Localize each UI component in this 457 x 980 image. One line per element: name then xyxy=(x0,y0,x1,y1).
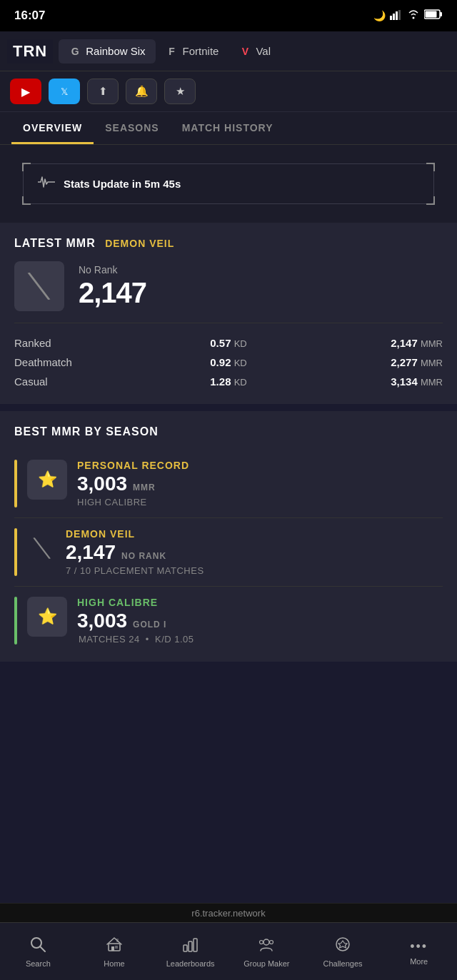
group-maker-nav-icon xyxy=(258,936,274,956)
casual-label: Casual xyxy=(14,375,157,388)
svg-rect-14 xyxy=(184,945,187,951)
status-bar: 16:07 🌙 xyxy=(0,0,457,31)
demon-veil-tag: NO RANK xyxy=(121,551,166,561)
svg-rect-12 xyxy=(115,946,118,949)
url-bar: r6.tracker.network xyxy=(0,903,457,923)
svg-rect-13 xyxy=(116,939,119,942)
best-mmr-section: BEST MMR BY SEASON ⭐ PERSONAL RECORD 3,0… xyxy=(0,411,457,662)
high-calibre-info: HIGH CALIBRE 3,003 GOLD I MATCHES 24 • K… xyxy=(77,597,443,645)
bottom-navigation: Search Home Leaderboards Group Maker Cha… xyxy=(0,922,457,980)
header: TRN G Rainbow Six F Fortnite V Val xyxy=(0,31,457,71)
svg-point-4 xyxy=(413,17,415,19)
deathmatch-label: Deathmatch xyxy=(14,356,157,368)
stats-row-casual: Casual 1.28 KD 3,134 MMR xyxy=(14,373,443,390)
season-badge-calibre: ⭐ xyxy=(27,597,67,637)
svg-point-17 xyxy=(263,939,269,945)
svg-rect-15 xyxy=(189,941,192,951)
personal-record-name: PERSONAL RECORD xyxy=(77,460,443,471)
latest-mmr-section: LATEST MMR DEMON VEIL ╲ No Rank 2,147 Ra… xyxy=(0,223,457,404)
personal-record-info: PERSONAL RECORD 3,003 MMR HIGH CALIBRE xyxy=(77,460,443,507)
svg-rect-16 xyxy=(194,939,197,951)
ranked-mmr: 2,147 MMR xyxy=(300,337,443,349)
stats-update-text: Stats Update in 5m 45s xyxy=(64,178,181,190)
signal-icon xyxy=(390,10,403,22)
share-icon: ⬆ xyxy=(99,85,108,98)
tab-match-history[interactable]: MATCH HISTORY xyxy=(171,112,285,144)
demon-veil-info: DEMON VEIL 2,147 NO RANK 7 / 10 PLACEMEN… xyxy=(66,528,443,576)
season-entry-high-calibre: ⭐ HIGH CALIBRE 3,003 GOLD I MATCHES 24 •… xyxy=(14,587,443,655)
stats-row-deathmatch: Deathmatch 0.92 KD 2,277 MMR xyxy=(14,354,443,370)
star-icon: ★ xyxy=(176,85,185,98)
svg-rect-2 xyxy=(396,11,398,20)
tab-valorant[interactable]: V Val xyxy=(228,39,281,64)
season-badge-gold: ⭐ xyxy=(27,460,67,500)
more-nav-label: More xyxy=(410,957,428,966)
ranked-kd: 0.57 KD xyxy=(157,337,300,349)
season-badge-label: DEMON VEIL xyxy=(105,238,174,249)
deathmatch-kd: 0.92 KD xyxy=(157,356,300,368)
share-button[interactable]: ⬆ xyxy=(87,79,119,104)
season-bar-gold xyxy=(14,460,17,507)
season-bar-green xyxy=(14,597,17,645)
tab-fortnite[interactable]: F Fortnite xyxy=(156,39,229,64)
rank-info: No Rank 2,147 xyxy=(79,264,146,309)
latest-mmr-title: LATEST MMR DEMON VEIL xyxy=(14,237,443,250)
leaderboards-nav-icon xyxy=(183,936,199,956)
group-maker-nav-label: Group Maker xyxy=(243,959,289,968)
rank-label: No Rank xyxy=(79,264,146,276)
high-calibre-mmr: 3,003 xyxy=(77,610,127,632)
svg-point-18 xyxy=(260,941,263,944)
casual-mmr: 3,134 MMR xyxy=(300,375,443,388)
demon-veil-sub: 7 / 10 PLACEMENT MATCHES xyxy=(66,565,443,576)
svg-rect-7 xyxy=(426,11,437,18)
fortnite-icon: F xyxy=(166,45,179,58)
svg-rect-11 xyxy=(111,946,114,951)
high-calibre-tag: GOLD I xyxy=(133,620,166,630)
battery-icon xyxy=(424,9,443,22)
moon-icon: 🌙 xyxy=(373,10,386,21)
high-calibre-name: HIGH CALIBRE xyxy=(77,597,443,608)
gold-star-icon-2: ⭐ xyxy=(38,607,57,626)
gold-star-icon: ⭐ xyxy=(38,470,57,489)
no-rank-slash: ╲ xyxy=(29,270,50,302)
challenges-nav-icon xyxy=(335,936,351,956)
twitter-button[interactable]: 𝕏 xyxy=(49,79,80,104)
nav-search[interactable]: Search xyxy=(0,923,76,980)
best-mmr-title: BEST MMR BY SEASON xyxy=(14,425,443,438)
nav-challenges[interactable]: Challenges xyxy=(305,923,381,980)
favorite-button[interactable]: ★ xyxy=(164,79,196,104)
tab-overview[interactable]: OVERVIEW xyxy=(11,112,94,144)
rank-badge: ╲ xyxy=(14,261,64,311)
rank-display: ╲ No Rank 2,147 xyxy=(14,261,443,323)
nav-leaderboards[interactable]: Leaderboards xyxy=(152,923,228,980)
leaderboards-nav-label: Leaderboards xyxy=(166,959,215,968)
tab-seasons[interactable]: SEASONS xyxy=(94,112,170,144)
home-nav-label: Home xyxy=(104,959,124,968)
svg-rect-6 xyxy=(440,12,442,16)
tab-rainbow-six[interactable]: G Rainbow Six xyxy=(59,39,155,64)
season-entry-demon-veil: ╲ DEMON VEIL 2,147 NO RANK 7 / 10 PLACEM… xyxy=(14,518,443,587)
youtube-button[interactable]: ▶ xyxy=(10,79,41,104)
url-text: r6.tracker.network xyxy=(191,908,265,919)
nav-more[interactable]: ••• More xyxy=(381,923,457,980)
pulse-icon xyxy=(38,176,55,192)
season-no-badge-demon: ╲ xyxy=(27,528,56,568)
no-rank-icon: ╲ xyxy=(34,535,49,560)
deathmatch-mmr: 2,277 MMR xyxy=(300,356,443,368)
status-icons: 🌙 xyxy=(373,9,443,22)
svg-rect-0 xyxy=(390,16,392,20)
search-nav-label: Search xyxy=(26,959,51,968)
personal-record-sub: HIGH CALIBRE xyxy=(77,497,443,507)
demon-veil-name: DEMON VEIL xyxy=(66,528,443,540)
fortnite-tab-label: Fortnite xyxy=(183,45,219,57)
search-nav-icon xyxy=(30,936,46,956)
sub-navigation: OVERVIEW SEASONS MATCH HISTORY xyxy=(0,112,457,145)
nav-group-maker[interactable]: Group Maker xyxy=(228,923,305,980)
svg-rect-1 xyxy=(393,14,395,20)
personal-record-mmr: 3,003 xyxy=(77,473,127,495)
svg-rect-3 xyxy=(398,10,401,20)
notification-button[interactable]: 🔔 xyxy=(126,79,157,104)
nav-home[interactable]: Home xyxy=(76,923,153,980)
ranked-label: Ranked xyxy=(14,337,157,349)
svg-point-19 xyxy=(270,941,273,944)
